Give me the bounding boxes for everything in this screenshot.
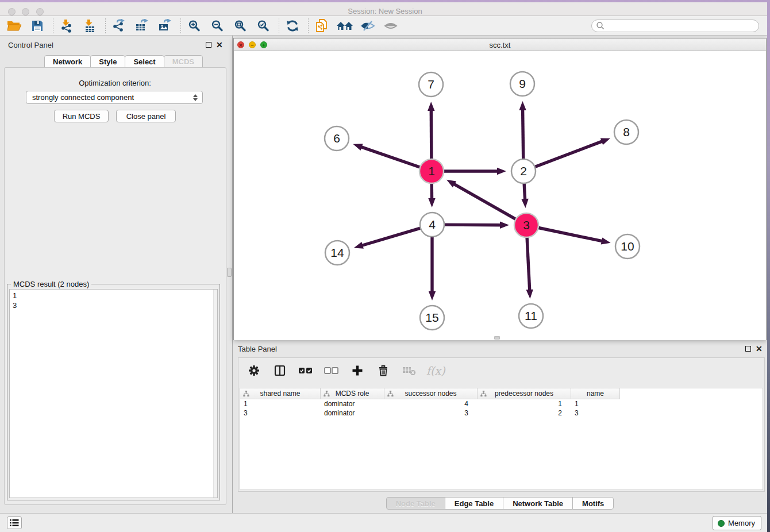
- table-row[interactable]: 1 dominator 4 1 1: [240, 399, 763, 408]
- toolbar-separator: [53, 18, 53, 33]
- dropdown-arrows-icon: [193, 94, 198, 101]
- graph-edge-1-6[interactable]: [361, 147, 422, 168]
- graph-edge-arrowhead: [521, 199, 528, 208]
- graph-edge-3-1[interactable]: [453, 184, 518, 221]
- graph-edge-1-7[interactable]: [431, 110, 432, 161]
- fit-content-icon: [234, 20, 247, 32]
- graph-node-label-14: 14: [330, 246, 344, 259]
- zoom-selected-button[interactable]: [255, 18, 272, 34]
- memory-button[interactable]: Memory: [713, 516, 761, 530]
- graph-edge-2-9[interactable]: [523, 109, 523, 161]
- close-panel-button[interactable]: Close panel: [116, 110, 176, 122]
- import-table-icon: [83, 19, 97, 33]
- hide-selected-button[interactable]: [359, 18, 376, 34]
- graph-edge-3-10[interactable]: [536, 227, 603, 241]
- graph-edge-3-11[interactable]: [527, 235, 530, 291]
- duplicate-network-button[interactable]: [313, 18, 330, 34]
- criterion-dropdown[interactable]: strongly connected component: [26, 91, 203, 104]
- open-folder-icon: [7, 20, 22, 32]
- create-column-button[interactable]: [349, 363, 366, 379]
- homes-icon: [336, 20, 353, 32]
- float-panel-icon[interactable]: [745, 346, 751, 352]
- tab-select[interactable]: Select: [125, 55, 164, 68]
- toolbar-separator: [180, 18, 181, 33]
- run-mcds-button[interactable]: Run MCDS: [54, 110, 109, 122]
- panel-divider-grip[interactable]: [227, 268, 232, 277]
- save-session-button[interactable]: [29, 18, 46, 34]
- task-history-button[interactable]: [7, 516, 22, 529]
- graph-node-label-10: 10: [621, 240, 634, 253]
- graph-edge-arrowhead: [600, 138, 610, 145]
- tab-motifs[interactable]: Motifs: [572, 497, 614, 510]
- result-scrollbar[interactable]: [213, 290, 217, 498]
- tree-icon: [387, 391, 394, 397]
- table-row[interactable]: 3 dominator 3 2 3: [240, 408, 763, 418]
- network-view-window: ✕ − + scc.txt 1234678910111415: [233, 38, 767, 340]
- import-table-button[interactable]: [81, 18, 98, 34]
- refresh-view-button[interactable]: [284, 18, 301, 34]
- network-window-titlebar[interactable]: ✕ − + scc.txt: [234, 38, 766, 51]
- zoom-out-button[interactable]: [209, 18, 226, 34]
- graph-edge-4-14[interactable]: [361, 228, 423, 246]
- network-graph: 1234678910111415: [234, 51, 766, 340]
- column-header-name[interactable]: name: [571, 388, 620, 399]
- float-panel-icon[interactable]: [206, 42, 211, 48]
- plus-icon: [351, 364, 364, 377]
- tab-network-table[interactable]: Network Table: [503, 497, 573, 510]
- network-resize-grip[interactable]: [494, 336, 500, 340]
- export-image-button[interactable]: [156, 18, 174, 34]
- tab-edge-table[interactable]: Edge Table: [445, 497, 503, 510]
- optimization-criterion-label: Optimization criterion:: [0, 79, 230, 87]
- show-column-panel-button[interactable]: [271, 363, 288, 379]
- mcds-result-box: MCDS result (2 nodes) 1 3: [7, 284, 220, 500]
- close-panel-icon[interactable]: ✕: [216, 42, 223, 48]
- table-settings-button[interactable]: [245, 363, 263, 379]
- search-input[interactable]: [605, 21, 759, 31]
- fit-content-button[interactable]: [232, 18, 249, 34]
- tab-network[interactable]: Network: [44, 55, 91, 68]
- table-panel-window-buttons: ✕: [745, 346, 763, 352]
- search-field[interactable]: [591, 20, 759, 32]
- function-builder-button[interactable]: f(x): [426, 364, 445, 377]
- tree-icon: [324, 391, 330, 397]
- column-header-successor-nodes[interactable]: successor nodes: [384, 388, 478, 399]
- graph-edge-2-8[interactable]: [533, 141, 603, 168]
- node-table: shared name MCDS role successor nodes: [240, 388, 763, 490]
- column-header-predecessor-nodes[interactable]: predecessor nodes: [478, 388, 571, 399]
- close-panel-icon[interactable]: ✕: [756, 346, 763, 352]
- graph-node-label-15: 15: [425, 311, 438, 324]
- export-network-button[interactable]: [110, 18, 128, 34]
- column-header-shared-name[interactable]: shared name: [240, 388, 321, 399]
- column-header-mcds-role[interactable]: MCDS role: [321, 388, 384, 399]
- mcds-result-text[interactable]: 1 3: [9, 289, 218, 498]
- zoom-out-icon: [211, 20, 224, 32]
- tab-node-table[interactable]: Node Table: [386, 497, 445, 510]
- trash-icon: [378, 364, 389, 377]
- open-session-button[interactable]: [6, 18, 23, 34]
- tab-mcds[interactable]: MCDS: [164, 55, 203, 68]
- refresh-icon: [286, 20, 299, 32]
- export-table-button[interactable]: [133, 18, 151, 34]
- panel-divider[interactable]: [232, 36, 233, 513]
- graph-edge-arrowhead: [526, 290, 533, 299]
- zoom-in-icon: [188, 20, 201, 32]
- main-toolbar: [0, 16, 767, 36]
- graph-edge-4-3[interactable]: [442, 225, 501, 225]
- first-neighbors-button[interactable]: [336, 18, 353, 34]
- graph-edge-arrowhead: [497, 168, 506, 175]
- select-all-columns-button[interactable]: [297, 363, 314, 379]
- show-hidden-button[interactable]: [382, 18, 399, 34]
- export-network-icon: [111, 19, 126, 33]
- graph-edge-arrowhead: [428, 102, 434, 111]
- import-network-button[interactable]: [58, 18, 75, 34]
- export-table-icon: [134, 19, 149, 33]
- zoom-in-button[interactable]: [186, 18, 203, 34]
- tab-style[interactable]: Style: [90, 55, 125, 68]
- tree-icon: [243, 391, 249, 397]
- unselect-all-columns-button[interactable]: [323, 363, 340, 379]
- memory-status-icon: [718, 520, 725, 527]
- network-canvas[interactable]: 1234678910111415: [234, 51, 766, 340]
- delete-column-button[interactable]: [375, 363, 392, 379]
- graph-edge-arrowhead: [519, 101, 526, 110]
- delete-table-button[interactable]: [401, 363, 418, 379]
